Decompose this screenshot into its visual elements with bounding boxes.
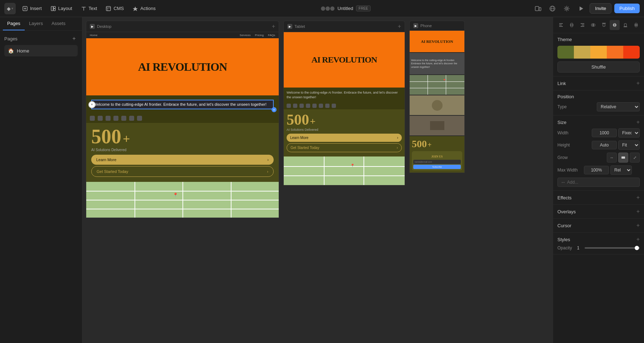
learn-more-button[interactable]: Learn More ›: [91, 155, 274, 165]
pages-section-header: Pages +: [4, 35, 78, 42]
align-center-h-button[interactable]: [567, 20, 577, 30]
theme-swatch-1[interactable]: [574, 46, 590, 59]
preview-header-left: ▶ Desktop: [90, 24, 111, 29]
text-button[interactable]: Text: [77, 4, 101, 14]
align-top-button[interactable]: [599, 20, 609, 30]
theme-swatch-0[interactable]: [557, 46, 574, 59]
tab-pages[interactable]: Pages: [3, 17, 25, 30]
align-left-button[interactable]: [556, 20, 566, 30]
cursor-header[interactable]: Cursor +: [557, 222, 640, 229]
overlays-add-icon[interactable]: +: [636, 208, 640, 215]
social-instagram-icon: [98, 116, 103, 121]
height-mode-select[interactable]: Fit Fixed Fill: [618, 140, 640, 150]
tablet-label: Tablet: [294, 24, 305, 29]
layout-icon: [50, 6, 56, 11]
link-header[interactable]: Link +: [557, 80, 640, 86]
tablet-preview[interactable]: ▶ Tablet + AI REVOLUTION Welcome to the …: [283, 21, 405, 218]
tablet-social-6: [319, 104, 323, 108]
invite-button[interactable]: Invite: [590, 3, 611, 14]
link-section: Link +: [553, 76, 644, 90]
play-icon[interactable]: [575, 3, 587, 14]
size-add-icon[interactable]: +: [636, 119, 640, 125]
align-right-button[interactable]: [577, 20, 587, 30]
max-width-label: Max Width: [557, 168, 582, 173]
settings-icon[interactable]: [561, 3, 572, 14]
tablet-add-icon[interactable]: +: [398, 23, 401, 30]
align-middle-button[interactable]: [610, 20, 620, 30]
selection-handle-right[interactable]: +: [272, 107, 277, 112]
shuffle-button[interactable]: Shuffle: [557, 61, 640, 73]
distribute-h-button[interactable]: [588, 20, 598, 30]
devices-icon[interactable]: [532, 3, 544, 14]
preview-add-icon[interactable]: +: [272, 23, 275, 30]
max-width-mode-select[interactable]: Rel Fixed: [610, 165, 632, 175]
tab-assets[interactable]: Assets: [47, 17, 70, 30]
position-header[interactable]: Position: [557, 94, 640, 99]
page-home-label: Home: [17, 48, 29, 54]
page-home-item[interactable]: 🏠 Home: [4, 45, 78, 56]
add-constraint-button[interactable]: ↔ Add...: [557, 178, 640, 187]
grow-shrink-button[interactable]: ↔: [607, 153, 617, 163]
tablet-get-started[interactable]: Get Started Today ›: [287, 143, 402, 152]
insert-button[interactable]: Insert: [19, 4, 45, 14]
phone-header-left: ▶ Phone: [413, 23, 432, 28]
canvas-area[interactable]: ▶ Desktop + Home Services Pricing FAQs: [82, 17, 553, 343]
theme-swatch-2[interactable]: [590, 46, 607, 59]
actions-button[interactable]: Actions: [129, 4, 159, 14]
phone-label: Phone: [420, 24, 432, 28]
grow-center-button[interactable]: [618, 153, 628, 163]
height-row: Height Fit Fixed Fill: [557, 140, 640, 150]
main-area: Pages Layers Assets Pages + 🏠 Home: [0, 17, 644, 343]
tablet-road-h1: [284, 166, 405, 167]
link-title: Link: [557, 81, 566, 86]
opacity-slider-track[interactable]: [585, 247, 640, 249]
cursor-title: Cursor: [557, 223, 571, 228]
dropdown-arrow-icon: ▾: [11, 6, 13, 10]
phone-map-grid: 📍: [410, 75, 464, 95]
effects-section: Effects +: [553, 191, 644, 205]
effects-add-icon[interactable]: +: [636, 194, 640, 201]
selection-handle-left[interactable]: ≡: [88, 101, 96, 108]
cms-button[interactable]: CMS: [102, 4, 127, 14]
tablet-learn-more[interactable]: Learn More ›: [287, 134, 402, 142]
logo-button[interactable]: ◆ ▾: [4, 3, 16, 14]
max-width-value-input[interactable]: [584, 166, 609, 174]
phone-preview[interactable]: ▶ Phone AI REVOLUTION Welcome to the cut…: [409, 21, 465, 218]
overlays-header[interactable]: Overlays +: [557, 208, 640, 215]
add-page-button[interactable]: +: [70, 35, 78, 42]
actions-icon: [132, 6, 138, 11]
svg-rect-26: [591, 24, 593, 26]
grow-fill-button[interactable]: ⤢: [630, 153, 640, 163]
selected-text-box[interactable]: ≡ Welcome to the cutting-edge AI frontie…: [91, 100, 274, 109]
svg-rect-36: [635, 25, 637, 27]
link-add-icon[interactable]: +: [636, 80, 640, 86]
align-bottom-button[interactable]: [620, 20, 630, 30]
desktop-nav-bar: Home Services Pricing FAQs: [86, 32, 279, 38]
position-type-select[interactable]: Relative Absolute Fixed: [597, 102, 640, 111]
theme-swatch-4[interactable]: [623, 46, 640, 59]
svg-rect-27: [594, 24, 595, 26]
effects-header[interactable]: Effects +: [557, 194, 640, 201]
desktop-hero-title: AI REVOLUTION: [138, 60, 227, 74]
phone-map-road-h1: [410, 81, 464, 82]
theme-swatch-3[interactable]: [607, 46, 623, 59]
height-value-input[interactable]: [592, 141, 617, 149]
tab-layers[interactable]: Layers: [25, 17, 47, 30]
desktop-preview[interactable]: ▶ Desktop + Home Services Pricing FAQs: [86, 21, 279, 218]
layout-button[interactable]: Layout: [47, 4, 76, 14]
opacity-slider-thumb[interactable]: [635, 246, 639, 250]
get-started-button[interactable]: Get Started Today ›: [91, 166, 274, 177]
distribute-v-button[interactable]: [631, 20, 641, 30]
publish-button[interactable]: Publish: [614, 4, 640, 13]
styles-header[interactable]: Styles +: [557, 236, 640, 243]
width-mode-select[interactable]: Fixed Fill Auto: [618, 128, 640, 138]
width-value-input[interactable]: [592, 129, 617, 137]
globe-icon[interactable]: [547, 3, 558, 14]
theme-header[interactable]: Theme: [557, 37, 640, 42]
pages-section: Pages + 🏠 Home: [0, 31, 82, 61]
size-header[interactable]: Size +: [557, 119, 640, 125]
cursor-add-icon[interactable]: +: [636, 222, 640, 229]
social-pinterest-icon: [137, 116, 142, 121]
styles-add-icon[interactable]: +: [636, 236, 640, 243]
cursor-section: Cursor +: [553, 219, 644, 233]
